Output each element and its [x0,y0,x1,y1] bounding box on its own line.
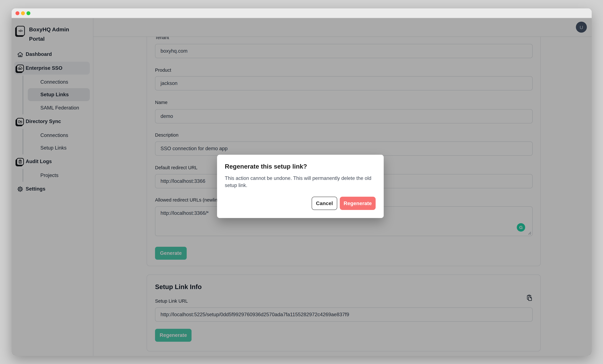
modal-title: Regenerate this setup link? [225,163,307,170]
window-titlebar [12,8,592,18]
close-window-button[interactable] [15,11,19,15]
modal-message: This action cannot be undone. This will … [225,175,373,189]
regenerate-confirm-modal: Regenerate this setup link? This action … [217,155,384,218]
minimize-window-button[interactable] [21,11,25,15]
desktop: </> BoxyHQ Admin Portal Dashboard [0,0,603,364]
cancel-button[interactable]: Cancel [312,197,337,210]
app-window: </> BoxyHQ Admin Portal Dashboard [12,8,592,356]
zoom-window-button[interactable] [26,11,30,15]
confirm-regenerate-button[interactable]: Regenerate [340,197,376,210]
